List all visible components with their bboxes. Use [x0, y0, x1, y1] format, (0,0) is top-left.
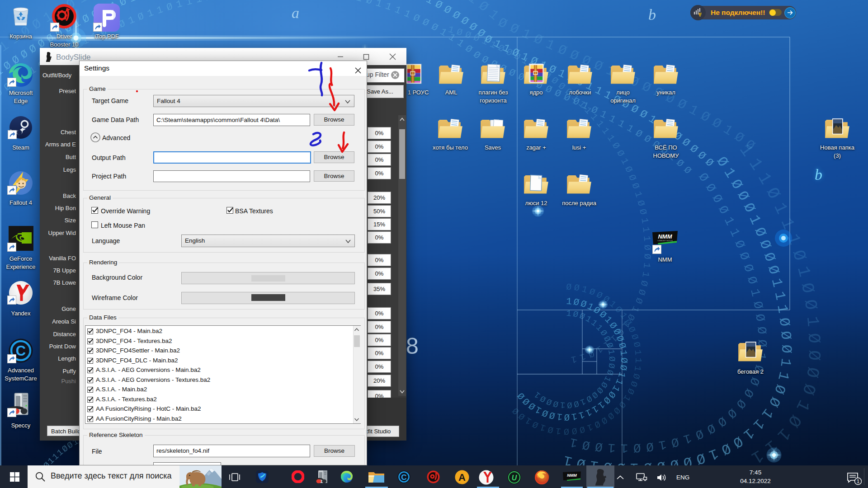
svg-text:A: A	[458, 472, 466, 483]
svg-text:!: !	[699, 12, 701, 17]
svg-text:1: 1	[857, 479, 859, 484]
svg-text:C: C	[401, 473, 406, 482]
svg-text:U: U	[512, 474, 517, 482]
svg-text:NMM: NMM	[567, 473, 577, 478]
